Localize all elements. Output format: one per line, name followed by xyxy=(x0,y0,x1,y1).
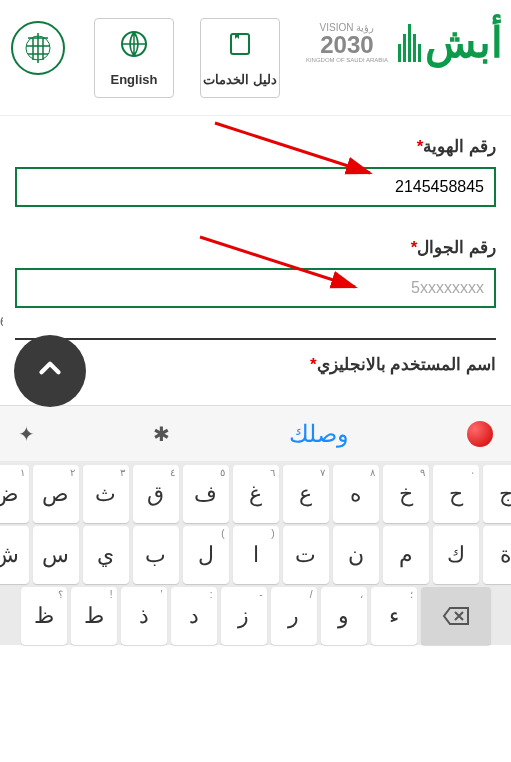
book-icon xyxy=(225,29,255,66)
mobile-input[interactable] xyxy=(15,268,496,308)
backspace-key[interactable] xyxy=(421,587,491,645)
keyboard-suggestion-bar: ✦ ✱ وصلك xyxy=(0,405,511,461)
key-ف[interactable]: ٥ف xyxy=(183,465,229,523)
key-ع[interactable]: ٧ع xyxy=(283,465,329,523)
globe-icon xyxy=(119,29,149,66)
key-س[interactable]: س xyxy=(33,526,79,584)
suggestion-word[interactable]: وصلك xyxy=(289,420,349,448)
absher-logo: أبش xyxy=(398,18,503,67)
key-ز[interactable]: -ز xyxy=(221,587,267,645)
key-ج[interactable]: ج xyxy=(483,465,512,523)
suggestion-icon-2[interactable]: ✱ xyxy=(153,422,170,446)
key-ض[interactable]: ١ض xyxy=(0,465,29,523)
key-ص[interactable]: ٢ص xyxy=(33,465,79,523)
id-input[interactable] xyxy=(15,167,496,207)
gov-emblem-icon xyxy=(8,18,68,78)
guide-label: دليل الخدمات xyxy=(203,72,277,87)
key-ت[interactable]: ت xyxy=(283,526,329,584)
soft-keyboard: ١ض٢ص٣ث٤ق٥ف٦غ٧ع٨ه٩خ٠حج شسيب(ل)اتنمك"ة ؟ظ!… xyxy=(0,461,511,645)
key-ش[interactable]: ش xyxy=(0,526,29,584)
key-ر[interactable]: /ر xyxy=(271,587,317,645)
voice-record-button[interactable] xyxy=(467,421,493,447)
key-ل[interactable]: (ل xyxy=(183,526,229,584)
suggestion-icon-1[interactable]: ✦ xyxy=(18,422,35,446)
key-و[interactable]: ،و xyxy=(321,587,367,645)
key-ذ[interactable]: 'ذ xyxy=(121,587,167,645)
services-guide-button[interactable]: دليل الخدمات xyxy=(200,18,280,98)
username-label: *اسم المستخدم بالانجليزي xyxy=(15,338,496,375)
key-ث[interactable]: ٣ث xyxy=(83,465,129,523)
key-ة[interactable]: "ة xyxy=(483,526,512,584)
svg-rect-3 xyxy=(231,34,249,54)
key-غ[interactable]: ٦غ xyxy=(233,465,279,523)
scroll-up-button[interactable] xyxy=(14,335,86,407)
key-ق[interactable]: ٤ق xyxy=(133,465,179,523)
key-ك[interactable]: ك xyxy=(433,526,479,584)
mobile-label: *رقم الجوال xyxy=(15,237,496,258)
vision-2030-logo: VISION رؤية 2030 KINGDOM OF SAUDI ARABIA xyxy=(306,23,388,63)
key-ح[interactable]: ٠ح xyxy=(433,465,479,523)
key-ط[interactable]: !ط xyxy=(71,587,117,645)
chevron-up-icon xyxy=(33,351,67,392)
key-ي[interactable]: ي xyxy=(83,526,129,584)
language-button[interactable]: English xyxy=(94,18,174,98)
key-م[interactable]: م xyxy=(383,526,429,584)
id-label: *رقم الهوية xyxy=(15,136,496,157)
key-خ[interactable]: ٩خ xyxy=(383,465,429,523)
key-د[interactable]: :د xyxy=(171,587,217,645)
key-ه[interactable]: ٨ه xyxy=(333,465,379,523)
key-ا[interactable]: )ا xyxy=(233,526,279,584)
key-ب[interactable]: ب xyxy=(133,526,179,584)
key-ظ[interactable]: ؟ظ xyxy=(21,587,67,645)
key-ء[interactable]: ؛ء xyxy=(371,587,417,645)
header-logos: VISION رؤية 2030 KINGDOM OF SAUDI ARABIA… xyxy=(306,18,503,67)
key-ن[interactable]: ن xyxy=(333,526,379,584)
language-label: English xyxy=(111,72,158,87)
